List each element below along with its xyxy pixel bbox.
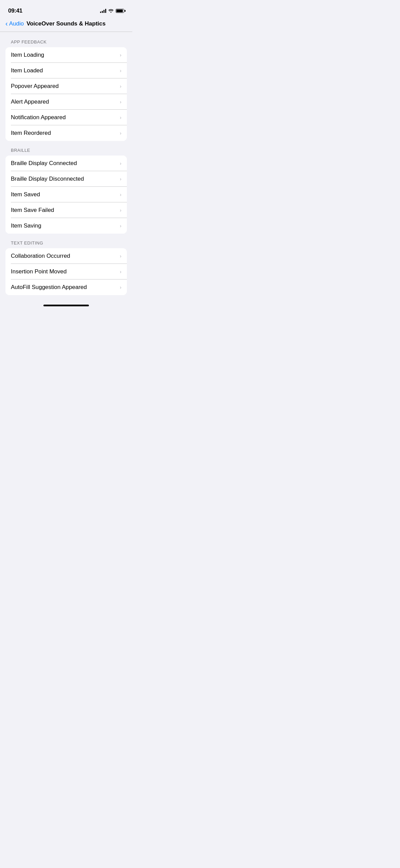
nav-back-label: Audio bbox=[9, 20, 24, 27]
list-group-app-feedback: Item Loading › Item Loaded › Popover App… bbox=[5, 47, 127, 141]
list-item-autofill-suggestion-appeared[interactable]: AutoFill Suggestion Appeared › bbox=[5, 279, 127, 295]
list-item-label: AutoFill Suggestion Appeared bbox=[11, 284, 87, 291]
chevron-right-icon: › bbox=[120, 99, 121, 105]
list-item-label: Item Reordered bbox=[11, 130, 51, 137]
list-item-label: Item Saving bbox=[11, 222, 41, 229]
chevron-right-icon: › bbox=[120, 52, 121, 58]
section-text-editing: TEXT EDITING Collaboration Occurred › In… bbox=[5, 240, 127, 295]
chevron-right-icon: › bbox=[120, 176, 121, 182]
list-item-label: Braille Display Connected bbox=[11, 160, 77, 167]
nav-title: VoiceOver Sounds & Haptics bbox=[26, 20, 106, 27]
chevron-right-icon: › bbox=[120, 192, 121, 197]
chevron-right-icon: › bbox=[120, 130, 121, 136]
list-item-item-loading[interactable]: Item Loading › bbox=[5, 47, 127, 63]
nav-back-button[interactable]: ‹ Audio bbox=[5, 20, 24, 28]
chevron-right-icon: › bbox=[120, 223, 121, 229]
list-item-item-saved[interactable]: Item Saved › bbox=[5, 187, 127, 202]
list-item-item-save-failed[interactable]: Item Save Failed › bbox=[5, 202, 127, 218]
chevron-right-icon: › bbox=[120, 68, 121, 73]
list-item-label: Item Loading bbox=[11, 52, 44, 58]
chevron-right-icon: › bbox=[120, 253, 121, 259]
list-group-braille: Braille Display Connected › Braille Disp… bbox=[5, 156, 127, 234]
chevron-right-icon: › bbox=[120, 114, 121, 120]
list-item-label: Collaboration Occurred bbox=[11, 253, 70, 259]
section-header-braille: BRAILLE bbox=[5, 148, 127, 153]
list-item-alert-appeared[interactable]: Alert Appeared › bbox=[5, 94, 127, 110]
chevron-right-icon: › bbox=[120, 207, 121, 213]
list-item-label: Item Loaded bbox=[11, 67, 43, 74]
list-item-notification-appeared[interactable]: Notification Appeared › bbox=[5, 110, 127, 125]
list-group-text-editing: Collaboration Occurred › Insertion Point… bbox=[5, 248, 127, 295]
list-item-collaboration-occurred[interactable]: Collaboration Occurred › bbox=[5, 248, 127, 264]
signal-icon bbox=[100, 9, 106, 13]
chevron-right-icon: › bbox=[120, 269, 121, 274]
list-item-label: Insertion Point Moved bbox=[11, 268, 66, 275]
home-indicator-bar bbox=[43, 305, 89, 306]
wifi-icon bbox=[108, 8, 114, 14]
battery-icon bbox=[116, 9, 124, 13]
content-area: APP FEEDBACK Item Loading › Item Loaded … bbox=[0, 32, 132, 295]
list-item-item-saving[interactable]: Item Saving › bbox=[5, 218, 127, 234]
section-braille: BRAILLE Braille Display Connected › Brai… bbox=[5, 148, 127, 234]
list-item-label: Braille Display Disconnected bbox=[11, 176, 84, 182]
chevron-right-icon: › bbox=[120, 284, 121, 290]
list-item-label: Item Saved bbox=[11, 191, 40, 198]
status-time: 09:41 bbox=[8, 7, 22, 14]
list-item-insertion-point-moved[interactable]: Insertion Point Moved › bbox=[5, 264, 127, 279]
section-header-text-editing: TEXT EDITING bbox=[5, 240, 127, 246]
chevron-right-icon: › bbox=[120, 83, 121, 89]
status-bar: 09:41 bbox=[0, 0, 132, 17]
chevron-right-icon: › bbox=[120, 160, 121, 166]
list-item-braille-display-disconnected[interactable]: Braille Display Disconnected › bbox=[5, 171, 127, 187]
chevron-left-icon: ‹ bbox=[5, 20, 8, 28]
section-app-feedback: APP FEEDBACK Item Loading › Item Loaded … bbox=[5, 39, 127, 141]
list-item-label: Alert Appeared bbox=[11, 98, 49, 105]
home-indicator bbox=[0, 302, 132, 309]
list-item-label: Notification Appeared bbox=[11, 114, 66, 121]
section-header-app-feedback: APP FEEDBACK bbox=[5, 39, 127, 44]
list-item-label: Item Save Failed bbox=[11, 207, 54, 214]
list-item-popover-appeared[interactable]: Popover Appeared › bbox=[5, 78, 127, 94]
nav-bar: ‹ Audio VoiceOver Sounds & Haptics bbox=[0, 17, 132, 32]
list-item-braille-display-connected[interactable]: Braille Display Connected › bbox=[5, 156, 127, 171]
list-item-item-loaded[interactable]: Item Loaded › bbox=[5, 63, 127, 78]
list-item-label: Popover Appeared bbox=[11, 83, 59, 90]
status-icons bbox=[100, 8, 124, 14]
list-item-item-reordered[interactable]: Item Reordered › bbox=[5, 125, 127, 141]
